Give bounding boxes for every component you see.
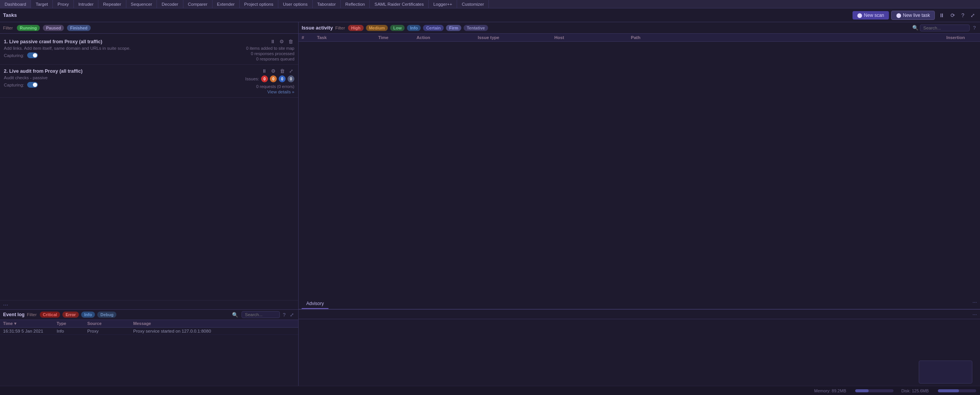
filter-firm[interactable]: Firm — [446, 25, 461, 31]
filter-medium[interactable]: Medium — [366, 25, 388, 31]
ev-col-type[interactable]: Type — [57, 321, 87, 326]
nav-repeater[interactable]: Repeater — [98, 0, 126, 8]
new-live-task-button[interactable]: ⬤ New live task — [891, 11, 935, 20]
ev-col-source[interactable]: Source — [87, 321, 133, 326]
col-insertion[interactable]: Insertion — [946, 35, 977, 40]
event-log-toolbar: 🔍 ? ⤢ — [232, 311, 295, 318]
event-source: Proxy — [87, 329, 133, 333]
issue-activity-title: Issue activity — [302, 25, 333, 31]
nav-extender[interactable]: Extender — [212, 0, 240, 8]
ev-col-time[interactable]: Time ▾ — [3, 321, 57, 326]
nav-sequencer[interactable]: Sequencer — [126, 0, 157, 8]
col-issue-type[interactable]: Issue type — [478, 35, 554, 40]
expand-button[interactable]: ⤢ — [969, 11, 977, 19]
issue-activity-panel: Issue activity Filter High Medium Low In… — [299, 22, 980, 309]
event-filter-label: Filter — [27, 312, 37, 317]
task-1-settings-btn[interactable]: ⚙ — [278, 38, 285, 45]
nav-taborator[interactable]: Taborator — [313, 0, 341, 8]
filter-tentative[interactable]: Tentative — [464, 25, 488, 31]
task-1-title: 1. Live passive crawl from Proxy (all tr… — [4, 39, 102, 44]
pause-all-button[interactable]: ⏸ — [937, 11, 946, 19]
nav-project-options[interactable]: Project options — [240, 0, 278, 8]
issue-table-header: # Task Time Action Issue type Host Path … — [299, 34, 980, 42]
issue-activity-header: Issue activity Filter High Medium Low In… — [299, 22, 980, 34]
nav-target[interactable]: Target — [31, 0, 53, 8]
task-2-expand-btn[interactable]: ⤢ — [288, 68, 294, 74]
task-2-toggle[interactable] — [27, 82, 38, 88]
ev-col-message[interactable]: Message — [133, 321, 295, 326]
col-task[interactable]: Task — [317, 35, 378, 40]
nav-user-options[interactable]: User options — [278, 0, 313, 8]
filter-low[interactable]: Low — [390, 25, 405, 31]
task-1-toggle[interactable] — [27, 52, 38, 58]
resume-all-button[interactable]: ⟳ — [949, 11, 957, 19]
event-expand-btn[interactable]: ⤢ — [289, 312, 295, 318]
filter-critical[interactable]: Critical — [40, 312, 60, 318]
event-log-title: Event log — [3, 312, 24, 317]
task-2-delete-btn[interactable]: 🗑 — [279, 68, 286, 74]
nav-customizer[interactable]: Customizer — [457, 0, 489, 8]
task-1-controls: ⏸ ⚙ 🗑 — [269, 38, 294, 45]
memory-label: Memory: 89.2MB — [814, 388, 846, 393]
task-2-pause-btn[interactable]: ⏸ — [261, 68, 268, 74]
task-2-settings-btn[interactable]: ⚙ — [270, 68, 277, 74]
task-2-dot-red: 0 — [261, 75, 268, 82]
advisory-content-area: ··· — [299, 310, 980, 386]
filter-running[interactable]: Running — [17, 25, 40, 31]
task-1-pause-btn[interactable]: ⏸ — [269, 38, 276, 45]
nav-dashboard[interactable]: Dashboard — [0, 0, 31, 8]
col-path[interactable]: Path — [631, 35, 946, 40]
nav-saml[interactable]: SAML Raider Certificates — [370, 0, 429, 8]
col-host[interactable]: Host — [554, 35, 631, 40]
issue-filter-label: Filter — [335, 26, 345, 30]
tasks-title: Tasks — [3, 12, 17, 18]
filter-info[interactable]: Info — [407, 25, 421, 31]
event-log-panel: Event log Filter Critical Error Info Deb… — [0, 310, 299, 386]
tasks-footer[interactable]: ··· — [0, 300, 298, 309]
issue-help-btn[interactable]: ? — [972, 24, 977, 31]
event-search-input[interactable] — [242, 311, 280, 318]
nav-comparer[interactable]: Comparer — [183, 0, 212, 8]
search-icon: 🔍 — [912, 25, 918, 31]
filter-label: Filter — [3, 26, 13, 30]
filter-finished[interactable]: Finished — [67, 25, 90, 31]
task-1-desc: Add links. Add item itself, same domain … — [4, 46, 225, 51]
filter-event-info[interactable]: Info — [81, 312, 95, 318]
task-1-delete-btn[interactable]: 🗑 — [287, 38, 294, 45]
status-bar: Memory: 89.2MB Disk: 125.6MB — [0, 386, 980, 395]
nav-proxy[interactable]: Proxy — [53, 0, 74, 8]
nav-logger[interactable]: Logger++ — [429, 0, 457, 8]
event-type: Info — [57, 329, 87, 333]
tasks-more-icon: ··· — [3, 302, 8, 308]
filter-paused[interactable]: Paused — [43, 25, 64, 31]
tasks-toolbar: Tasks ⬤ New scan ⬤ New live task ⏸ ⟳ ? ⤢ — [0, 8, 980, 22]
filter-error[interactable]: Error — [62, 312, 79, 318]
filter-certain[interactable]: Certain — [423, 25, 444, 31]
advisory-more-btn[interactable]: ··· — [972, 311, 977, 317]
event-message: Proxy service started on 127.0.0.1:8080 — [133, 329, 295, 333]
nav-intruder[interactable]: Intruder — [74, 0, 99, 8]
task-2-view-details[interactable]: View details » — [225, 90, 294, 94]
scan-icon: ⬤ — [857, 13, 862, 18]
memory-progress — [855, 389, 893, 392]
task-1-capturing-label: Capturing: — [4, 53, 24, 58]
col-action[interactable]: Action — [416, 35, 478, 40]
event-log-columns: Time ▾ Type Source Message — [0, 320, 298, 328]
event-help-btn[interactable]: ? — [282, 312, 287, 318]
col-time[interactable]: Time — [378, 35, 416, 40]
issue-search-input[interactable] — [920, 24, 970, 31]
nav-reflection[interactable]: Reflection — [341, 0, 370, 8]
filter-high[interactable]: High — [348, 25, 363, 31]
event-log-row: 16:31:59 5 Jan 2021 Info Proxy Proxy ser… — [0, 328, 298, 335]
new-scan-button[interactable]: ⬤ New scan — [853, 11, 889, 20]
nav-decoder[interactable]: Decoder — [157, 0, 183, 8]
col-hash[interactable]: # — [302, 35, 317, 40]
advisory-tab[interactable]: Advisory — [302, 299, 328, 309]
event-time: 16:31:59 5 Jan 2021 — [3, 329, 57, 333]
filter-debug[interactable]: Debug — [97, 312, 116, 318]
issue-more-btn[interactable]: ··· — [972, 299, 977, 309]
memory-progress-fill — [855, 389, 869, 392]
task-2-dot-orange: 0 — [270, 75, 277, 82]
task-2-title: 2. Live audit from Proxy (all traffic) — [4, 69, 83, 74]
help-button[interactable]: ? — [959, 11, 966, 19]
